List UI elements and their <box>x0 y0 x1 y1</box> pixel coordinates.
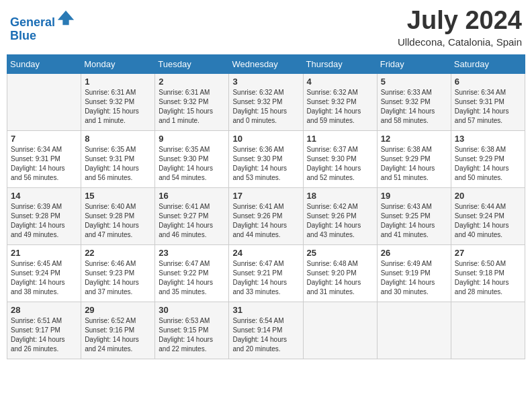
day-number: 3 <box>232 77 299 87</box>
day-number: 17 <box>232 191 299 201</box>
day-number: 1 <box>85 77 151 87</box>
calendar-cell: 18Sunrise: 6:42 AMSunset: 9:26 PMDayligh… <box>303 187 377 244</box>
day-info: Sunrise: 6:37 AMSunset: 9:30 PMDaylight:… <box>307 145 373 183</box>
day-number: 11 <box>307 134 373 144</box>
day-number: 16 <box>159 191 225 201</box>
calendar-cell: 28Sunrise: 6:51 AMSunset: 9:17 PMDayligh… <box>7 302 81 359</box>
day-info: Sunrise: 6:39 AMSunset: 9:28 PMDaylight:… <box>11 202 77 240</box>
calendar-cell: 21Sunrise: 6:45 AMSunset: 9:24 PMDayligh… <box>7 244 81 302</box>
day-number: 30 <box>159 305 225 315</box>
calendar-cell <box>451 302 525 359</box>
day-number: 31 <box>232 305 299 315</box>
day-number: 7 <box>11 134 77 144</box>
day-info: Sunrise: 6:47 AMSunset: 9:22 PMDaylight:… <box>159 259 225 297</box>
day-info: Sunrise: 6:49 AMSunset: 9:19 PMDaylight:… <box>381 259 447 297</box>
calendar-cell: 9Sunrise: 6:35 AMSunset: 9:30 PMDaylight… <box>155 130 229 187</box>
day-info: Sunrise: 6:42 AMSunset: 9:26 PMDaylight:… <box>307 202 373 240</box>
weekday-header-thursday: Thursday <box>303 54 377 73</box>
day-info: Sunrise: 6:34 AMSunset: 9:31 PMDaylight:… <box>455 88 521 126</box>
weekday-header-monday: Monday <box>81 54 155 73</box>
day-info: Sunrise: 6:45 AMSunset: 9:24 PMDaylight:… <box>11 259 77 297</box>
location: Ulldecona, Catalonia, Spain <box>398 36 522 48</box>
day-info: Sunrise: 6:32 AMSunset: 9:32 PMDaylight:… <box>307 88 373 126</box>
day-info: Sunrise: 6:31 AMSunset: 9:32 PMDaylight:… <box>85 88 151 126</box>
logo: General Blue <box>10 10 75 43</box>
day-info: Sunrise: 6:43 AMSunset: 9:25 PMDaylight:… <box>381 202 447 240</box>
day-number: 6 <box>455 77 521 87</box>
day-info: Sunrise: 6:53 AMSunset: 9:15 PMDaylight:… <box>159 316 225 354</box>
day-number: 2 <box>159 77 225 87</box>
calendar-cell: 1Sunrise: 6:31 AMSunset: 9:32 PMDaylight… <box>81 73 155 130</box>
day-info: Sunrise: 6:32 AMSunset: 9:32 PMDaylight:… <box>232 88 299 126</box>
day-number: 8 <box>85 134 151 144</box>
day-info: Sunrise: 6:33 AMSunset: 9:32 PMDaylight:… <box>381 88 447 126</box>
calendar-cell: 26Sunrise: 6:49 AMSunset: 9:19 PMDayligh… <box>377 244 451 302</box>
calendar-cell: 17Sunrise: 6:41 AMSunset: 9:26 PMDayligh… <box>229 187 303 244</box>
weekday-header-saturday: Saturday <box>451 54 525 73</box>
calendar-cell: 31Sunrise: 6:54 AMSunset: 9:14 PMDayligh… <box>229 302 303 359</box>
calendar-cell: 24Sunrise: 6:47 AMSunset: 9:21 PMDayligh… <box>229 244 303 302</box>
calendar-cell: 10Sunrise: 6:36 AMSunset: 9:30 PMDayligh… <box>229 130 303 187</box>
calendar-cell: 30Sunrise: 6:53 AMSunset: 9:15 PMDayligh… <box>155 302 229 359</box>
weekday-header-wednesday: Wednesday <box>229 54 303 73</box>
weekday-header-row: SundayMondayTuesdayWednesdayThursdayFrid… <box>7 54 525 73</box>
day-number: 25 <box>307 248 373 258</box>
day-info: Sunrise: 6:34 AMSunset: 9:31 PMDaylight:… <box>11 145 77 183</box>
weekday-header-sunday: Sunday <box>7 54 81 73</box>
day-number: 5 <box>381 77 447 87</box>
day-number: 28 <box>11 305 77 315</box>
calendar-cell: 12Sunrise: 6:38 AMSunset: 9:29 PMDayligh… <box>377 130 451 187</box>
day-info: Sunrise: 6:47 AMSunset: 9:21 PMDaylight:… <box>232 259 299 297</box>
logo-text: General Blue <box>10 10 75 43</box>
calendar-cell: 29Sunrise: 6:52 AMSunset: 9:16 PMDayligh… <box>81 302 155 359</box>
day-info: Sunrise: 6:38 AMSunset: 9:29 PMDaylight:… <box>455 145 521 183</box>
day-number: 14 <box>11 191 77 201</box>
day-info: Sunrise: 6:38 AMSunset: 9:29 PMDaylight:… <box>381 145 447 183</box>
day-number: 26 <box>381 248 447 258</box>
calendar-cell: 5Sunrise: 6:33 AMSunset: 9:32 PMDaylight… <box>377 73 451 130</box>
calendar-week-row: 1Sunrise: 6:31 AMSunset: 9:32 PMDaylight… <box>7 73 525 130</box>
calendar-cell: 16Sunrise: 6:41 AMSunset: 9:27 PMDayligh… <box>155 187 229 244</box>
day-info: Sunrise: 6:46 AMSunset: 9:23 PMDaylight:… <box>85 259 151 297</box>
title-block: July 2024 Ulldecona, Catalonia, Spain <box>398 7 522 48</box>
calendar-cell: 7Sunrise: 6:34 AMSunset: 9:31 PMDaylight… <box>7 130 81 187</box>
calendar-cell: 14Sunrise: 6:39 AMSunset: 9:28 PMDayligh… <box>7 187 81 244</box>
calendar-cell: 6Sunrise: 6:34 AMSunset: 9:31 PMDaylight… <box>451 73 525 130</box>
day-info: Sunrise: 6:41 AMSunset: 9:26 PMDaylight:… <box>232 202 299 240</box>
calendar-table: SundayMondayTuesdayWednesdayThursdayFrid… <box>7 54 525 359</box>
calendar-cell <box>303 302 377 359</box>
day-number: 24 <box>232 248 299 258</box>
day-number: 27 <box>455 248 521 258</box>
day-number: 4 <box>307 77 373 87</box>
day-info: Sunrise: 6:36 AMSunset: 9:30 PMDaylight:… <box>232 145 299 183</box>
day-info: Sunrise: 6:35 AMSunset: 9:30 PMDaylight:… <box>159 145 225 183</box>
svg-marker-0 <box>58 11 74 25</box>
day-info: Sunrise: 6:35 AMSunset: 9:31 PMDaylight:… <box>85 145 151 183</box>
day-info: Sunrise: 6:48 AMSunset: 9:20 PMDaylight:… <box>307 259 373 297</box>
day-number: 10 <box>232 134 299 144</box>
day-number: 22 <box>85 248 151 258</box>
calendar-week-row: 21Sunrise: 6:45 AMSunset: 9:24 PMDayligh… <box>7 244 525 302</box>
calendar-cell: 22Sunrise: 6:46 AMSunset: 9:23 PMDayligh… <box>81 244 155 302</box>
day-number: 9 <box>159 134 225 144</box>
day-info: Sunrise: 6:52 AMSunset: 9:16 PMDaylight:… <box>85 316 151 354</box>
day-number: 19 <box>381 191 447 201</box>
calendar-cell: 27Sunrise: 6:50 AMSunset: 9:18 PMDayligh… <box>451 244 525 302</box>
calendar-cell: 20Sunrise: 6:44 AMSunset: 9:24 PMDayligh… <box>451 187 525 244</box>
calendar-cell: 4Sunrise: 6:32 AMSunset: 9:32 PMDaylight… <box>303 73 377 130</box>
day-number: 12 <box>381 134 447 144</box>
day-number: 13 <box>455 134 521 144</box>
day-number: 18 <box>307 191 373 201</box>
calendar-cell <box>7 73 81 130</box>
day-info: Sunrise: 6:51 AMSunset: 9:17 PMDaylight:… <box>11 316 77 354</box>
calendar-week-row: 28Sunrise: 6:51 AMSunset: 9:17 PMDayligh… <box>7 302 525 359</box>
weekday-header-tuesday: Tuesday <box>155 54 229 73</box>
day-number: 23 <box>159 248 225 258</box>
day-info: Sunrise: 6:40 AMSunset: 9:28 PMDaylight:… <box>85 202 151 240</box>
day-info: Sunrise: 6:31 AMSunset: 9:32 PMDaylight:… <box>159 88 225 126</box>
day-info: Sunrise: 6:54 AMSunset: 9:14 PMDaylight:… <box>232 316 299 354</box>
calendar-cell: 13Sunrise: 6:38 AMSunset: 9:29 PMDayligh… <box>451 130 525 187</box>
day-info: Sunrise: 6:41 AMSunset: 9:27 PMDaylight:… <box>159 202 225 240</box>
day-number: 21 <box>11 248 77 258</box>
weekday-header-friday: Friday <box>377 54 451 73</box>
